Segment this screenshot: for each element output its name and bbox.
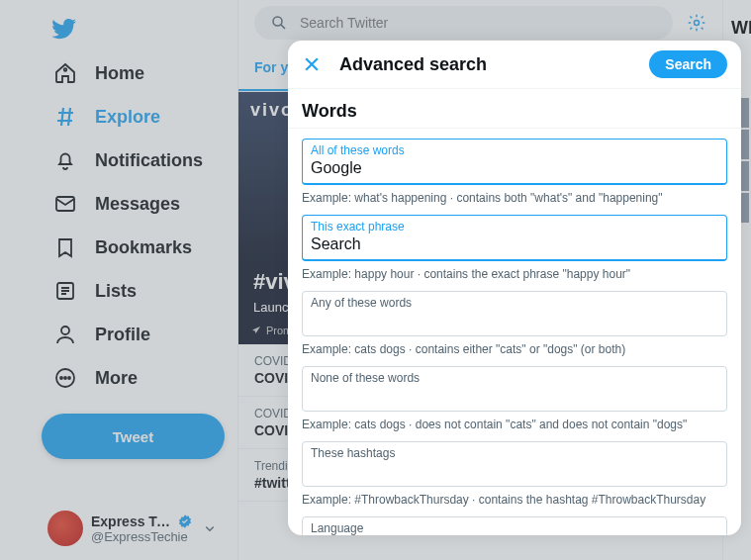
close-icon[interactable] <box>302 54 322 74</box>
section-words-heading: Words <box>288 89 741 129</box>
modal-title: Advanced search <box>339 54 631 75</box>
exact-phrase-input[interactable] <box>311 233 718 253</box>
hashtags-input[interactable] <box>311 460 718 480</box>
field-label: These hashtags <box>311 446 718 460</box>
field-example: Example: cats dogs · does not contain "c… <box>288 412 741 431</box>
modal-body[interactable]: Words All of these words Example: what's… <box>288 89 741 535</box>
field-example: Example: happy hour · contains the exact… <box>288 261 741 281</box>
field-any-words[interactable]: Any of these words <box>302 291 727 336</box>
field-exact-phrase[interactable]: This exact phrase <box>302 215 727 261</box>
field-language[interactable]: Language <box>302 516 727 535</box>
field-example: Example: cats dogs · contains either "ca… <box>288 336 741 356</box>
field-example: Example: #ThrowbackThursday · contains t… <box>288 487 741 507</box>
field-label: All of these words <box>311 143 718 157</box>
field-label: Language <box>311 521 718 535</box>
field-label: Any of these words <box>311 296 718 310</box>
field-label: This exact phrase <box>311 220 718 233</box>
field-all-words[interactable]: All of these words <box>302 139 727 185</box>
field-example: Example: what's happening · contains bot… <box>288 185 741 205</box>
search-button[interactable]: Search <box>649 50 727 78</box>
advanced-search-modal: Advanced search Search Words All of thes… <box>288 41 741 535</box>
all-words-input[interactable] <box>311 157 718 177</box>
field-none-words[interactable]: None of these words <box>302 366 727 412</box>
any-words-input[interactable] <box>311 310 718 329</box>
field-label: None of these words <box>311 371 718 385</box>
none-words-input[interactable] <box>311 385 718 405</box>
field-hashtags[interactable]: These hashtags <box>302 441 727 487</box>
